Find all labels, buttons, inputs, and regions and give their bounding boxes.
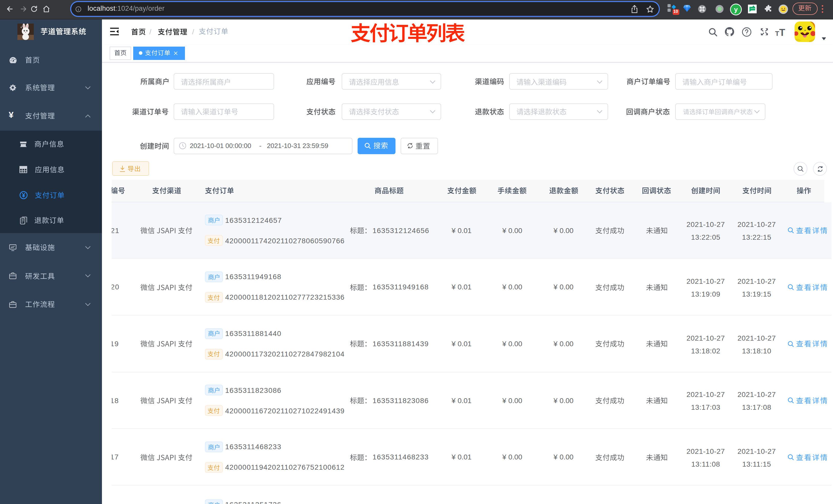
svg-text:y: y <box>734 6 738 13</box>
